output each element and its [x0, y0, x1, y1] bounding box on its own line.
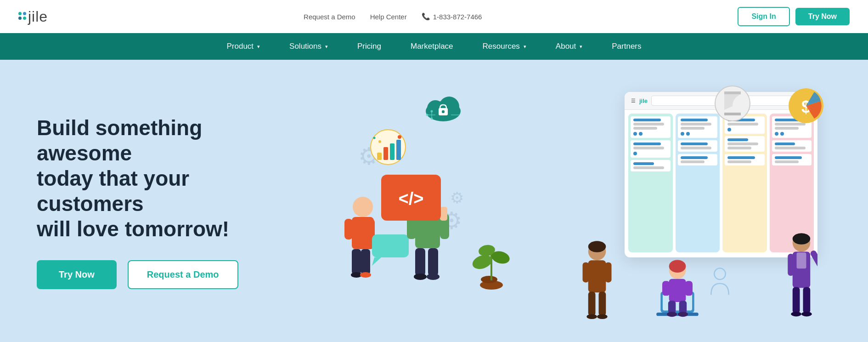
- svg-rect-76: [803, 287, 811, 314]
- svg-rect-52: [605, 262, 612, 283]
- svg-rect-63: [669, 279, 686, 302]
- kanban-card: [631, 140, 671, 158]
- nav-about[interactable]: About ▾: [541, 33, 597, 60]
- user-outline-icon: [707, 267, 733, 299]
- nav-partners[interactable]: Partners: [597, 33, 656, 60]
- nav-product[interactable]: Product ▾: [212, 33, 275, 60]
- svg-point-40: [427, 274, 440, 280]
- dot3: [18, 17, 22, 20]
- svg-rect-37: [415, 248, 425, 276]
- hero-content: Build something awesome today that your …: [37, 115, 294, 290]
- kanban-col-2: [676, 114, 720, 252]
- main-nav: Product ▾ Solutions ▾ Pricing Marketplac…: [0, 33, 868, 60]
- svg-rect-64: [662, 281, 670, 296]
- svg-rect-24: [344, 219, 353, 239]
- dollar-icon: $: [788, 87, 824, 124]
- svg-point-68: [667, 312, 677, 317]
- help-center-link[interactable]: Help Center: [370, 13, 407, 21]
- svg-rect-65: [685, 281, 693, 296]
- svg-point-29: [360, 272, 371, 278]
- dot4: [23, 17, 26, 20]
- code-illustration: </>: [321, 115, 514, 308]
- request-demo-link[interactable]: Request a Demo: [304, 13, 355, 21]
- person-at-board: [581, 239, 613, 322]
- phone-icon: 📞: [422, 12, 430, 21]
- svg-rect-4: [442, 110, 445, 113]
- kanban-col-3: [722, 114, 767, 252]
- svg-point-56: [597, 314, 608, 319]
- kanban-card: [725, 154, 765, 165]
- svg-point-39: [414, 274, 427, 280]
- chevron-down-icon: ▾: [325, 44, 328, 50]
- kanban-card: [631, 160, 671, 171]
- chevron-down-icon: ▾: [580, 44, 582, 50]
- svg-point-69: [678, 312, 688, 317]
- svg-rect-54: [599, 292, 606, 316]
- nav-resources[interactable]: Resources ▾: [468, 33, 541, 60]
- hero-illustration: ⚙ ⚙ ⚙ ⚙: [294, 78, 831, 326]
- kanban-card: [725, 136, 765, 152]
- svg-rect-73: [810, 250, 818, 277]
- nav-marketplace[interactable]: Marketplace: [396, 33, 468, 60]
- svg-rect-38: [428, 248, 438, 276]
- svg-point-9: [431, 110, 433, 113]
- svg-rect-75: [793, 287, 800, 314]
- logo[interactable]: jile: [18, 8, 48, 25]
- kanban-logo-text: jile: [639, 97, 648, 104]
- top-nav: Request a Demo Help Center 📞 1-833-872-7…: [304, 12, 482, 21]
- svg-point-57: [588, 241, 606, 252]
- svg-rect-50: [588, 260, 606, 292]
- svg-rect-26: [352, 249, 361, 274]
- hero-buttons: Try Now Request a Demo: [37, 260, 294, 289]
- kanban-card: [631, 116, 671, 138]
- dot2: [23, 12, 26, 15]
- svg-point-44: [481, 276, 497, 283]
- svg-point-78: [801, 312, 812, 317]
- top-actions: Sign In Try Now: [738, 7, 850, 26]
- svg-point-22: [353, 197, 373, 217]
- kanban-card: [678, 116, 718, 138]
- svg-point-62: [669, 260, 686, 273]
- phone-number: 📞 1-833-872-7466: [422, 12, 482, 21]
- logo-text: jile: [28, 8, 48, 25]
- dot1: [18, 12, 22, 15]
- svg-rect-51: [583, 262, 589, 283]
- signin-button[interactable]: Sign In: [738, 7, 789, 26]
- svg-point-77: [791, 312, 801, 317]
- hamburger-icon: ☰: [631, 98, 636, 104]
- kanban-card: [678, 140, 718, 152]
- svg-rect-79: [797, 252, 806, 268]
- svg-text:</>: </>: [399, 189, 424, 208]
- svg-rect-60: [656, 313, 699, 316]
- svg-rect-66: [668, 301, 676, 314]
- svg-marker-31: [372, 257, 381, 266]
- kanban-col-1: [628, 114, 673, 252]
- nav-solutions[interactable]: Solutions ▾: [275, 33, 343, 60]
- person-pointing: [785, 230, 817, 322]
- trynow-button[interactable]: Try Now: [795, 8, 850, 25]
- nav-pricing[interactable]: Pricing: [343, 33, 396, 60]
- hero-heading: Build something awesome today that your …: [37, 115, 294, 242]
- kanban-card: [678, 154, 718, 165]
- svg-point-71: [793, 233, 811, 245]
- hero-demo-button[interactable]: Request a Demo: [128, 260, 238, 289]
- svg-rect-74: [788, 254, 794, 276]
- svg-rect-27: [361, 249, 370, 274]
- chevron-down-icon: ▾: [257, 44, 260, 50]
- svg-rect-30: [372, 234, 409, 257]
- chevron-down-icon: ▾: [524, 44, 526, 50]
- hero-try-button[interactable]: Try Now: [37, 260, 117, 289]
- svg-rect-53: [588, 292, 596, 316]
- svg-point-55: [586, 314, 597, 319]
- top-bar: jile Request a Demo Help Center 📞 1-833-…: [0, 0, 868, 33]
- logo-dots: [18, 12, 26, 21]
- kanban-card: [772, 140, 812, 152]
- kanban-card: [772, 154, 812, 165]
- hourglass-icon: [714, 85, 751, 122]
- laptop-person: [652, 253, 703, 322]
- svg-rect-36: [440, 207, 447, 221]
- svg-point-80: [714, 268, 726, 280]
- svg-rect-67: [679, 301, 687, 314]
- hero-section: Build something awesome today that your …: [0, 60, 868, 342]
